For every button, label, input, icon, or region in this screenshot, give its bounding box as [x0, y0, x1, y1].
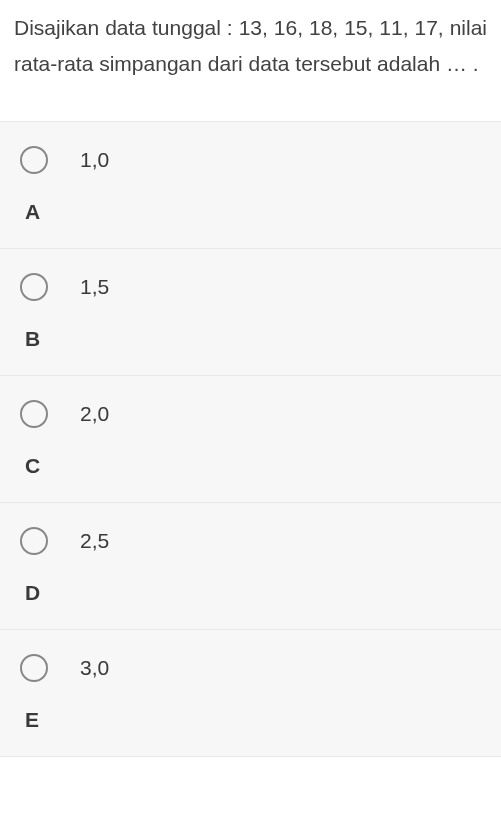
- option-value: 1,0: [80, 148, 109, 172]
- options-container: 1,0 A 1,5 B 2,0 C 2,5 D 3,0 E: [0, 121, 501, 757]
- option-row-b[interactable]: 1,5 B: [0, 248, 501, 375]
- option-letter: C: [20, 454, 481, 478]
- option-top: 2,5: [20, 527, 481, 555]
- question-text: Disajikan data tunggal : 13, 16, 18, 15,…: [0, 0, 501, 121]
- option-letter: D: [20, 581, 481, 605]
- option-letter: E: [20, 708, 481, 732]
- option-row-c[interactable]: 2,0 C: [0, 375, 501, 502]
- radio-icon[interactable]: [20, 527, 48, 555]
- option-value: 1,5: [80, 275, 109, 299]
- radio-icon[interactable]: [20, 273, 48, 301]
- option-row-e[interactable]: 3,0 E: [0, 629, 501, 757]
- radio-icon[interactable]: [20, 654, 48, 682]
- radio-icon[interactable]: [20, 400, 48, 428]
- option-top: 1,5: [20, 273, 481, 301]
- radio-icon[interactable]: [20, 146, 48, 174]
- option-top: 3,0: [20, 654, 481, 682]
- option-top: 1,0: [20, 146, 481, 174]
- option-row-d[interactable]: 2,5 D: [0, 502, 501, 629]
- option-top: 2,0: [20, 400, 481, 428]
- option-value: 2,0: [80, 402, 109, 426]
- option-value: 2,5: [80, 529, 109, 553]
- option-row-a[interactable]: 1,0 A: [0, 121, 501, 248]
- option-letter: A: [20, 200, 481, 224]
- option-letter: B: [20, 327, 481, 351]
- option-value: 3,0: [80, 656, 109, 680]
